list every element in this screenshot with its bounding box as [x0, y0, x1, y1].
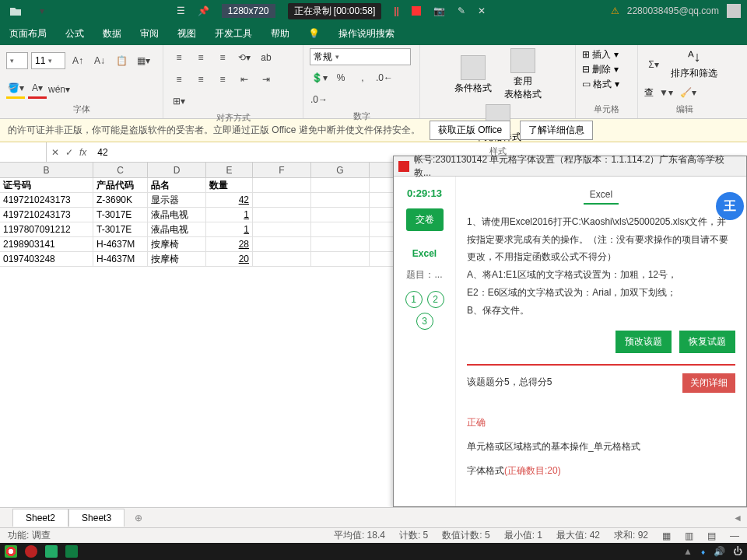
- view-layout-icon[interactable]: ▥: [685, 530, 693, 541]
- exam-sidebar: 0:29:13 交卷 Excel 题目：... 1 2 3: [394, 177, 456, 506]
- insert-cells-button[interactable]: ⊞ 插入 ▾: [582, 48, 619, 61]
- record-icon[interactable]: [25, 545, 37, 558]
- tray-volume-icon[interactable]: 🔊: [714, 546, 725, 557]
- font-size-combo[interactable]: 11▾: [31, 52, 65, 69]
- zoom-out-icon[interactable]: —: [730, 530, 739, 541]
- submit-exam-button[interactable]: 交卷: [406, 208, 444, 231]
- view-break-icon[interactable]: ▤: [707, 530, 716, 541]
- tab-view[interactable]: 视图: [177, 27, 196, 40]
- accounting-icon[interactable]: 💲▾: [310, 68, 328, 87]
- question-nav-3[interactable]: 3: [416, 313, 433, 330]
- table-format-button[interactable]: 套用 表格格式: [500, 48, 546, 101]
- tab-formula[interactable]: 公式: [65, 27, 84, 40]
- group-label-number: 数字: [310, 109, 413, 122]
- tab-review[interactable]: 审阅: [140, 27, 159, 40]
- hamburger-icon[interactable]: ☰: [177, 5, 185, 16]
- stop-icon[interactable]: [412, 6, 421, 16]
- align-center-icon[interactable]: ≡: [191, 70, 210, 89]
- autosum-icon[interactable]: Σ▾: [644, 55, 663, 74]
- format-cells-button[interactable]: ▭ 格式 ▾: [582, 78, 619, 91]
- fill-color-icon[interactable]: 🪣▾: [6, 80, 25, 99]
- sheet-tab-2[interactable]: Sheet2: [12, 509, 68, 527]
- question-nav-1[interactable]: 1: [405, 291, 423, 308]
- border-icon[interactable]: ▦▾: [134, 51, 153, 70]
- pin-icon[interactable]: 📌: [198, 5, 209, 16]
- sort-filter-button[interactable]: ᴬ↓排序和筛选: [666, 48, 722, 80]
- confirm-formula-icon[interactable]: ✓: [65, 147, 73, 158]
- qat-dropdown-icon[interactable]: ▾: [33, 2, 51, 20]
- sheet-tab-3[interactable]: Sheet3: [68, 509, 124, 527]
- inc-decimal-icon[interactable]: .0←: [375, 68, 394, 87]
- chrome-icon[interactable]: [5, 545, 17, 558]
- pregrade-button[interactable]: 预改该题: [615, 331, 672, 353]
- pen-icon[interactable]: ✎: [458, 5, 465, 16]
- os-taskbar: ▲ ⬧ 🔊 ⏻: [0, 543, 747, 560]
- indent-dec-icon[interactable]: ⇤: [235, 70, 254, 89]
- exam-tab-excel[interactable]: Excel: [584, 189, 619, 205]
- name-box[interactable]: [0, 142, 47, 162]
- find-button[interactable]: 查: [644, 86, 654, 100]
- phonetic-icon[interactable]: wén▾: [50, 80, 68, 99]
- open-icon[interactable]: [6, 2, 25, 20]
- tab-dev[interactable]: 开发工具: [215, 27, 252, 40]
- status-bar: 功能: 调查 平均值: 18.4 计数: 5 数值计数: 5 最小值: 1 最大…: [0, 527, 747, 543]
- wrap-text-icon[interactable]: ab: [257, 48, 275, 67]
- view-normal-icon[interactable]: ▦: [662, 530, 671, 541]
- camera-icon[interactable]: 📷: [433, 5, 445, 16]
- app-icon[interactable]: [45, 545, 58, 558]
- tab-help[interactable]: 帮助: [271, 27, 289, 40]
- align-bottom-icon[interactable]: ≡: [213, 48, 232, 67]
- conditional-format-button[interactable]: 条件格式: [450, 55, 496, 95]
- learn-more-button[interactable]: 了解详细信息: [520, 121, 593, 140]
- sheet-tabs: Sheet2 Sheet3 ⊕ ◄: [0, 507, 747, 527]
- get-genuine-button[interactable]: 获取正版 Office: [430, 121, 510, 140]
- indent-inc-icon[interactable]: ⇥: [257, 70, 275, 89]
- comma-icon[interactable]: ,: [353, 68, 372, 87]
- cancel-formula-icon[interactable]: ✕: [51, 147, 59, 158]
- align-top-icon[interactable]: ≡: [170, 48, 188, 67]
- status-sum: 求和: 92: [614, 529, 648, 542]
- percent-icon[interactable]: %: [331, 68, 350, 87]
- close-detail-button[interactable]: 关闭详细: [682, 373, 735, 393]
- merge-icon[interactable]: ⊞▾: [170, 92, 188, 110]
- avatar[interactable]: [727, 4, 741, 18]
- restore-button[interactable]: 恢复试题: [679, 331, 735, 353]
- question-nav-2[interactable]: 2: [427, 291, 444, 308]
- detail-line-1: 单元格或区域格式的基本操作_单元格格式: [467, 438, 735, 456]
- group-label-align: 对齐方式: [170, 110, 296, 124]
- tab-layout[interactable]: 页面布局: [9, 27, 47, 40]
- fx-icon[interactable]: fx: [79, 147, 86, 158]
- add-sheet-button[interactable]: ⊕: [129, 509, 148, 527]
- exam-titlebar[interactable]: 帐号:2301130142 单元格字体设置（程序版本：1.1.114.2）广东省…: [394, 156, 746, 177]
- tellme-search[interactable]: 操作说明搜索: [338, 27, 395, 40]
- group-label-editing: 编辑: [644, 102, 725, 115]
- exam-app-icon: [398, 161, 409, 172]
- close-recorder-icon[interactable]: ✕: [478, 5, 486, 16]
- excel-taskbar-icon[interactable]: [65, 545, 78, 558]
- tab-data[interactable]: 数据: [103, 27, 121, 40]
- tray-bluetooth-icon[interactable]: ⬧: [700, 546, 706, 557]
- fill-down-icon[interactable]: ▼▾: [657, 83, 675, 102]
- delete-cells-button[interactable]: ⊟ 删除 ▾: [582, 63, 619, 76]
- group-label-cells: 单元格: [582, 102, 631, 115]
- account-email[interactable]: 2280038495@qq.com: [627, 5, 719, 16]
- font-color-icon[interactable]: A▾: [28, 80, 47, 99]
- tray-up-icon[interactable]: ▲: [683, 546, 693, 557]
- assistant-fab[interactable]: 王: [716, 192, 744, 220]
- increase-font-icon[interactable]: A↑: [68, 51, 87, 70]
- dec-decimal-icon[interactable]: .0→: [310, 90, 328, 109]
- tray-power-icon[interactable]: ⏻: [733, 546, 742, 557]
- orientation-icon[interactable]: ⟲▾: [235, 48, 254, 67]
- paste-icon[interactable]: 📋: [112, 51, 131, 70]
- font-name-combo[interactable]: ▾: [6, 52, 28, 69]
- clear-icon[interactable]: 🧹▾: [679, 83, 697, 102]
- exam-content: Excel 1、请使用Excel2016打开C:\Kaoshi\xls\2500…: [456, 177, 746, 506]
- pause-icon[interactable]: ||: [394, 5, 399, 16]
- status-max: 最大值: 42: [556, 529, 600, 542]
- align-left-icon[interactable]: ≡: [170, 70, 188, 89]
- align-middle-icon[interactable]: ≡: [191, 48, 210, 67]
- hscroll-left-icon[interactable]: ◄: [733, 513, 742, 523]
- align-right-icon[interactable]: ≡: [213, 70, 232, 89]
- decrease-font-icon[interactable]: A↓: [90, 51, 109, 70]
- number-format-combo[interactable]: 常规▾: [310, 48, 411, 65]
